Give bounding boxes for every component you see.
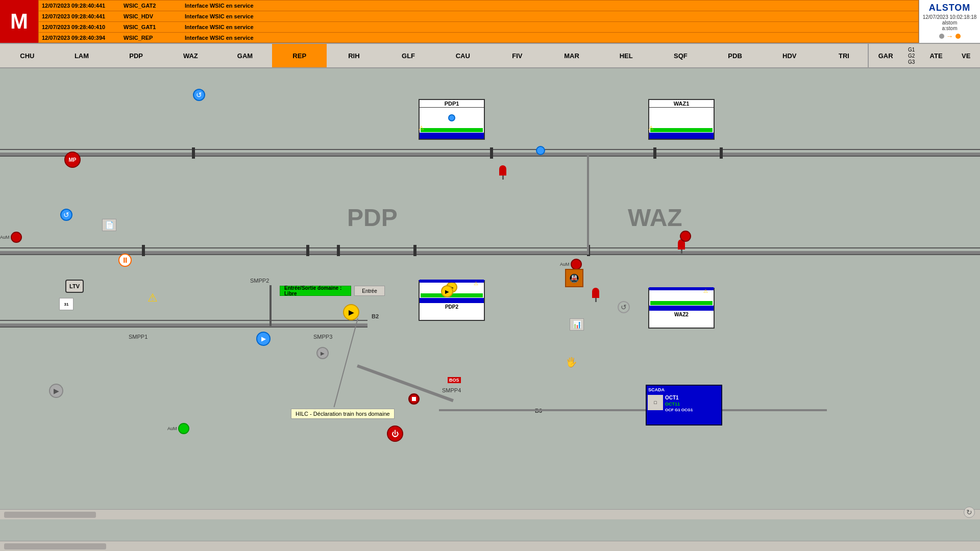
ocfg-labels: OCF G1 OCG1 — [665, 408, 693, 412]
station-VE[interactable]: VE — [958, 52, 974, 60]
track-mark-lower-2 — [306, 245, 309, 256]
station-LAM[interactable]: LAM — [55, 44, 109, 67]
pdp1-green-bar — [421, 128, 483, 132]
track-mark-1 — [192, 147, 195, 159]
station-WAZ[interactable]: WAZ — [163, 44, 218, 67]
pdp1-inner — [420, 108, 484, 128]
station-HEL[interactable]: HEL — [599, 44, 653, 67]
ltv-box[interactable]: LTV — [65, 280, 84, 293]
refresh-upper[interactable]: ↺ — [193, 89, 205, 101]
stop-signal-1 — [499, 165, 506, 180]
station-GLF[interactable]: GLF — [381, 44, 436, 67]
scada-inner: □ OCT1 OCT11 OCF G1 OCG1 — [647, 394, 721, 413]
logo-area: ALSTOM 12/07/2023 10:02:18:18 alstom a:s… — [919, 0, 980, 43]
refresh-bottom-right[interactable]: ↻ — [964, 507, 975, 518]
station-ATE[interactable]: ATE — [926, 52, 947, 60]
station-GAM[interactable]: GAM — [218, 44, 273, 67]
waz2-green-bar — [650, 301, 713, 305]
station-RIH[interactable]: RIH — [327, 44, 381, 67]
track-mark-2 — [490, 147, 493, 159]
track-mark-lower-4 — [413, 245, 416, 256]
station-HDV[interactable]: HDV — [762, 44, 817, 67]
hand-cursor-icon: 🖐 — [566, 357, 577, 368]
alarm-time-3: 12/07/2023 09:28:40:410 — [42, 24, 124, 30]
smpp4-label: SMPP4 — [442, 387, 461, 393]
doc-icon-smpp[interactable]: 📄 — [102, 219, 116, 231]
pdp1-title: PDP1 — [420, 100, 484, 108]
station-FIV[interactable]: FIV — [490, 44, 545, 67]
station-REP[interactable]: REP — [272, 44, 327, 67]
status-dots: → — [939, 32, 961, 40]
aum-green-bottom: AuM — [167, 423, 189, 434]
alarm-time-1: 12/07/2023 09:28:40:441 — [42, 3, 124, 9]
blue-indicator-upper — [536, 146, 545, 155]
alarm-msg-4: Interface WSIC en service — [185, 35, 915, 41]
station-CHU[interactable]: CHU — [0, 44, 55, 67]
waz2-label: WAZ2 — [649, 311, 714, 318]
datetime: 12/07/2023 10:02:18:18 — [923, 14, 977, 20]
scrollbar-thumb[interactable] — [4, 512, 96, 518]
bottom-scrollbar-thumb[interactable] — [4, 543, 106, 549]
smpp1-label: SMPP1 — [129, 334, 148, 340]
smpp2-line — [270, 285, 272, 326]
alarm-bar: 12/07/2023 09:28:40:441 WSIC_GAT2 Interf… — [38, 0, 919, 43]
track-b3-horizontal — [439, 409, 827, 411]
dot-orange — [955, 34, 961, 39]
alarm-code-2: WSIC_HDV — [124, 13, 185, 19]
pdp2-play-yellow[interactable]: ▶ — [441, 285, 453, 297]
alstom-brand: ALSTOM — [929, 3, 971, 13]
scada-white-box: □ — [648, 395, 663, 410]
m-logo: M — [0, 0, 38, 43]
hilc-tooltip: HILC - Déclaration train hors domaine — [291, 409, 395, 419]
oct-sub: OCT11 — [665, 402, 693, 407]
track-mark-lower-1 — [142, 245, 145, 256]
alarm-row-2: 12/07/2023 09:28:40:441 WSIC_HDV Interfa… — [39, 11, 918, 22]
waz1-blue-bar — [649, 133, 714, 139]
calendar-icon[interactable]: 31 — [59, 298, 74, 310]
station-CAU[interactable]: CAU — [435, 44, 490, 67]
waz2-box: ⚠ WAZ2 — [648, 288, 715, 329]
station-SQF[interactable]: SQF — [653, 44, 708, 67]
entree-btn-text: Entrée — [362, 288, 377, 294]
waz1-warning-icon: ⚠ — [648, 124, 654, 132]
waz-area-label: WAZ — [628, 204, 682, 232]
aum-green-dot — [178, 423, 189, 434]
track-lower-2-top — [0, 320, 368, 321]
power-button[interactable]: ⏻ — [387, 425, 403, 442]
warning-triangle — [145, 292, 160, 304]
track-lower-2-bottom — [0, 327, 368, 328]
arrow-right-icon: → — [946, 32, 953, 40]
green-status-text: Entrée/Sortie domaine : Libre — [284, 285, 347, 296]
scada-box: SCADA □ OCT1 OCT11 OCF G1 OCG1 — [646, 385, 722, 425]
diagram-area: PDP1 ⚠ WAZ1 ⚠ ⚠ ▶ PDP2 ⚠ — [0, 68, 980, 531]
alarm-row-1: 12/07/2023 09:28:40:441 WSIC_GAT2 Interf… — [39, 1, 918, 11]
oct-labels: OCT1 OCT11 OCF G1 OCG1 — [665, 395, 693, 412]
play-blue[interactable]: ▶ — [256, 332, 271, 346]
station-PDB[interactable]: PDB — [708, 44, 763, 67]
station-nav-bar: CHU LAM PDP WAZ GAM REP RIH GLF CAU FIV … — [0, 43, 980, 68]
station-PDP[interactable]: PDP — [109, 44, 163, 67]
g3-label: G3 — [908, 59, 915, 65]
subdomain: a:stom — [942, 26, 957, 31]
play-btn-left[interactable]: ▶ — [49, 384, 63, 398]
alarm-code-4: WSIC_REP — [124, 35, 185, 41]
waz1-box: WAZ1 — [648, 99, 715, 140]
track-mark-3 — [653, 147, 656, 159]
aum-upper-right: AuM — [560, 259, 582, 270]
bottom-scrollbar[interactable] — [0, 541, 980, 551]
stats-chart-icon[interactable]: 📊 — [570, 318, 584, 331]
waz1-title: WAZ1 — [649, 100, 714, 108]
stop-circle-b3 — [408, 393, 420, 405]
horizontal-scrollbar[interactable] — [0, 509, 980, 519]
play-gray-smpp3[interactable]: ▶ — [316, 347, 329, 359]
refresh-waz[interactable]: ↺ — [618, 301, 630, 313]
station-TRI[interactable]: TRI — [817, 44, 871, 67]
pdp1-blue-bar — [420, 133, 484, 139]
alarm-time-2: 12/07/2023 09:28:40:441 — [42, 13, 124, 19]
entree-button[interactable]: Entrée — [354, 286, 385, 296]
station-GAR[interactable]: GAR — [874, 52, 897, 60]
station-MAR[interactable]: MAR — [545, 44, 599, 67]
alarm-msg-2: Interface WSIC en service — [185, 13, 915, 19]
aum-red-circle — [11, 232, 22, 243]
refresh-left[interactable]: ↺ — [60, 209, 72, 221]
